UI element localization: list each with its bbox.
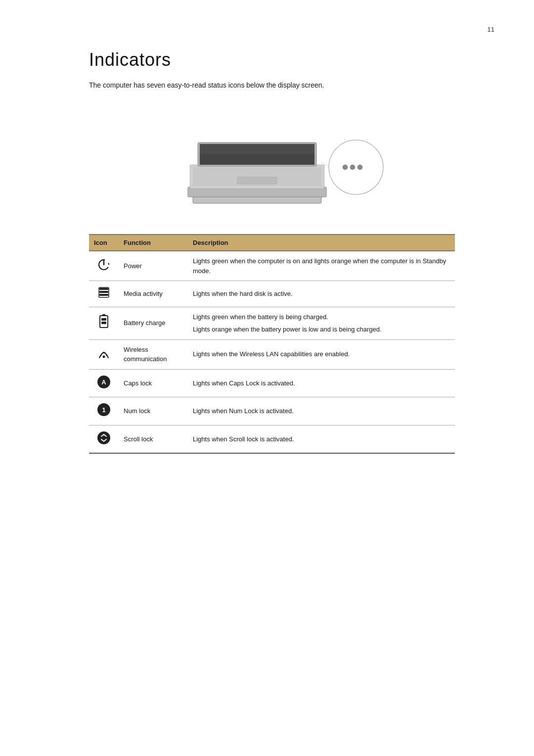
page-title: Indicators xyxy=(89,49,455,70)
intro-text: The computer has seven easy-to-read stat… xyxy=(89,80,396,91)
col-description: Description xyxy=(188,235,455,251)
table-row: Wireless communicationLights when the Wi… xyxy=(89,339,455,369)
svg-rect-4 xyxy=(237,177,277,184)
description-cell: Lights when Num Lock is activated. xyxy=(188,397,455,425)
function-cell: Caps lock xyxy=(119,369,188,397)
function-cell: Scroll lock xyxy=(119,425,188,453)
table-header-row: Icon Function Description xyxy=(89,235,455,251)
svg-point-12 xyxy=(329,140,383,194)
function-cell: Battery charge xyxy=(119,307,188,339)
svg-text:A: A xyxy=(101,378,106,386)
svg-rect-25 xyxy=(101,318,106,321)
description-cell: Lights green when the computer is on and… xyxy=(188,251,455,281)
table-row: PowerLights green when the computer is o… xyxy=(89,251,455,281)
battery-charge-icon xyxy=(89,307,119,339)
table-row: 1 Num lockLights when Num Lock is activa… xyxy=(89,397,455,425)
function-cell: Power xyxy=(119,251,188,281)
description-cell: Lights when Scroll lock is activated. xyxy=(188,425,455,453)
caps-lock-icon: A xyxy=(89,369,119,397)
media-activity-icon xyxy=(89,281,119,307)
description-cell: Lights green when the battery is being c… xyxy=(188,307,455,339)
svg-rect-19 xyxy=(99,288,108,290)
function-cell: Num lock xyxy=(119,397,188,425)
table-row: Media activityLights when the hard disk … xyxy=(89,281,455,307)
table-row: A Caps lockLights when Caps Lock is acti… xyxy=(89,369,455,397)
description-cell: Lights when Caps Lock is activated. xyxy=(188,369,455,397)
indicators-table: Icon Function Description PowerLights gr… xyxy=(89,234,455,454)
svg-point-13 xyxy=(343,165,348,170)
function-cell: Media activity xyxy=(119,281,188,307)
laptop-image xyxy=(89,105,455,214)
svg-point-15 xyxy=(357,165,362,170)
page-number: 11 xyxy=(488,26,494,33)
svg-point-14 xyxy=(350,165,355,170)
table-row: Scroll lockLights when Scroll lock is ac… xyxy=(89,425,455,453)
wireless-communication-icon xyxy=(89,339,119,369)
svg-point-32 xyxy=(97,431,110,444)
description-cell: Lights when the hard disk is active. xyxy=(188,281,455,307)
scroll-lock-icon xyxy=(89,425,119,453)
svg-rect-21 xyxy=(99,294,108,296)
svg-rect-11 xyxy=(200,144,314,154)
page-content: Indicators The computer has seven easy-t… xyxy=(89,49,455,454)
svg-rect-26 xyxy=(101,322,106,324)
description-cell: Lights when the Wireless LAN capabilitie… xyxy=(188,339,455,369)
svg-rect-24 xyxy=(102,314,105,316)
power-icon xyxy=(89,251,119,281)
table-row: Battery chargeLights green when the batt… xyxy=(89,307,455,339)
col-function: Function xyxy=(119,235,188,251)
col-icon: Icon xyxy=(89,235,119,251)
num-lock-icon: 1 xyxy=(89,397,119,425)
svg-point-27 xyxy=(103,356,105,358)
svg-rect-20 xyxy=(99,291,108,293)
function-cell: Wireless communication xyxy=(119,339,188,369)
svg-text:1: 1 xyxy=(102,406,105,414)
